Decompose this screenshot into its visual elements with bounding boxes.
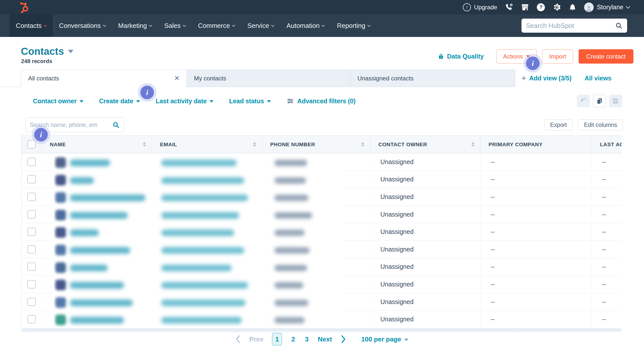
filter-dropdown[interactable]: Contact owner xyxy=(33,97,84,105)
prev-button[interactable]: Prev xyxy=(249,335,263,343)
row-checkbox[interactable] xyxy=(27,158,36,166)
page-number[interactable]: 2 xyxy=(291,335,296,343)
row-checkbox[interactable] xyxy=(27,175,36,183)
last-activity-cell: -- xyxy=(592,171,622,188)
table-body: Unassigned -- -- Unassigned -- -- xyxy=(22,153,622,328)
row-checkbox[interactable] xyxy=(27,210,36,219)
demo-hotspot-marker[interactable]: i xyxy=(526,57,540,70)
demo-hotspot-marker[interactable]: i xyxy=(140,86,154,99)
notifications-bell-icon[interactable] xyxy=(569,3,577,11)
redacted-data-overlay xyxy=(54,154,343,328)
column-header[interactable]: PHONE NUMBER xyxy=(262,136,370,153)
copy-icon xyxy=(596,97,603,105)
per-page-select[interactable]: 100 per page xyxy=(361,335,408,343)
page-number[interactable]: 1 xyxy=(272,333,282,345)
filter-dropdown[interactable]: Last activity date xyxy=(156,97,214,105)
redacted-phone xyxy=(274,230,305,236)
row-select-cell xyxy=(22,258,42,276)
phone-call-icon[interactable] xyxy=(505,3,513,12)
export-button[interactable]: Export xyxy=(544,119,573,130)
chevron-down-icon xyxy=(210,100,214,103)
sort-arrows-icon[interactable] xyxy=(253,142,256,147)
lock-icon xyxy=(437,53,445,60)
search-icon[interactable] xyxy=(112,121,120,129)
redacted-row xyxy=(54,294,343,312)
search-icon[interactable] xyxy=(615,22,623,29)
chevron-down-icon xyxy=(271,24,274,27)
sort-arrows-icon[interactable] xyxy=(361,142,365,147)
chevron-right-icon[interactable] xyxy=(341,335,346,343)
edit-columns-button[interactable]: Edit columns xyxy=(578,119,623,130)
row-checkbox[interactable] xyxy=(27,263,36,271)
save-view-button[interactable] xyxy=(609,95,622,107)
demo-hotspot-marker[interactable]: i xyxy=(34,128,48,141)
select-all-checkbox[interactable] xyxy=(27,140,36,148)
redacted-email xyxy=(161,194,248,201)
sort-arrows-icon[interactable] xyxy=(143,142,146,147)
page-title-wrap: Contacts xyxy=(21,46,73,57)
advanced-filters-link[interactable]: Advanced filters (0) xyxy=(287,97,356,105)
settings-gear-icon[interactable] xyxy=(552,3,561,12)
row-checkbox[interactable] xyxy=(27,280,36,288)
tab-unassigned-contacts[interactable]: Unassigned contacts xyxy=(350,70,515,87)
row-checkbox[interactable] xyxy=(27,245,36,254)
nav-item[interactable]: Reporting xyxy=(331,14,376,37)
row-checkbox[interactable] xyxy=(27,315,36,323)
contact-search-input[interactable] xyxy=(30,121,112,128)
actions-label: Actions xyxy=(503,53,523,60)
upgrade-button[interactable]: ↑ Upgrade xyxy=(463,3,497,11)
marketplace-icon[interactable] xyxy=(521,3,529,12)
column-header[interactable]: NAME xyxy=(42,136,152,153)
nav-item[interactable]: Automation xyxy=(280,14,331,37)
column-header[interactable]: PRIMARY COMPANY xyxy=(480,136,592,153)
contact-owner-cell: Unassigned xyxy=(370,223,480,240)
chevron-down-icon xyxy=(79,100,84,103)
last-activity-cell: -- xyxy=(592,153,622,171)
redacted-name xyxy=(70,265,108,271)
avatar xyxy=(55,315,66,325)
nav-item[interactable]: Commerce xyxy=(192,14,241,37)
row-checkbox[interactable] xyxy=(27,298,36,306)
nav-item[interactable]: Marketing xyxy=(112,14,158,37)
add-view-link[interactable]: + Add view (3/5) xyxy=(521,74,572,83)
row-checkbox[interactable] xyxy=(27,228,36,236)
redacted-email xyxy=(161,177,244,184)
clone-view-button[interactable] xyxy=(593,95,606,107)
import-button[interactable]: Import xyxy=(542,49,573,64)
column-header[interactable]: EMAIL xyxy=(152,136,262,153)
close-icon[interactable]: ✕ xyxy=(167,74,180,82)
create-contact-button[interactable]: Create contact xyxy=(579,49,633,64)
nav-item[interactable]: Sales xyxy=(158,14,192,37)
account-avatar-icon xyxy=(584,3,594,12)
data-quality-link[interactable]: Data Quality xyxy=(437,53,484,60)
chevron-left-icon[interactable] xyxy=(235,335,241,343)
sort-arrows-icon[interactable] xyxy=(471,142,475,147)
nav-item[interactable]: Contacts xyxy=(10,14,53,37)
help-icon[interactable]: ? xyxy=(537,3,545,11)
tab-my-contacts[interactable]: My contacts xyxy=(187,70,350,87)
redacted-phone xyxy=(274,317,305,323)
global-search-input[interactable] xyxy=(526,22,615,30)
tab-label: Unassigned contacts xyxy=(357,75,414,82)
account-menu[interactable]: Storylane xyxy=(584,3,629,12)
nav-item[interactable]: Conversations xyxy=(53,14,112,37)
page-number[interactable]: 3 xyxy=(304,335,309,343)
undo-button[interactable]: ↶ xyxy=(577,95,590,107)
column-header[interactable]: CONTACT OWNER xyxy=(370,136,480,153)
hubspot-logo-icon[interactable] xyxy=(19,2,30,13)
redacted-phone xyxy=(274,265,307,271)
primary-company-cell: -- xyxy=(480,206,592,223)
upgrade-icon: ↑ xyxy=(463,3,471,11)
next-button[interactable]: Next xyxy=(318,335,332,343)
filter-dropdown[interactable]: Lead status xyxy=(229,97,271,105)
last-activity-cell: -- xyxy=(592,311,622,328)
column-header[interactable]: LAST ACT xyxy=(592,136,622,153)
title-dropdown-icon[interactable] xyxy=(68,50,73,53)
primary-company-cell: -- xyxy=(480,153,592,171)
nav-item[interactable]: Service xyxy=(241,14,280,37)
page-title[interactable]: Contacts xyxy=(21,46,64,57)
row-checkbox[interactable] xyxy=(27,193,36,201)
tab-all-contacts[interactable]: All contacts ✕ xyxy=(21,70,187,87)
filter-dropdown[interactable]: Create date xyxy=(99,97,140,105)
all-views-link[interactable]: All views xyxy=(585,75,612,82)
